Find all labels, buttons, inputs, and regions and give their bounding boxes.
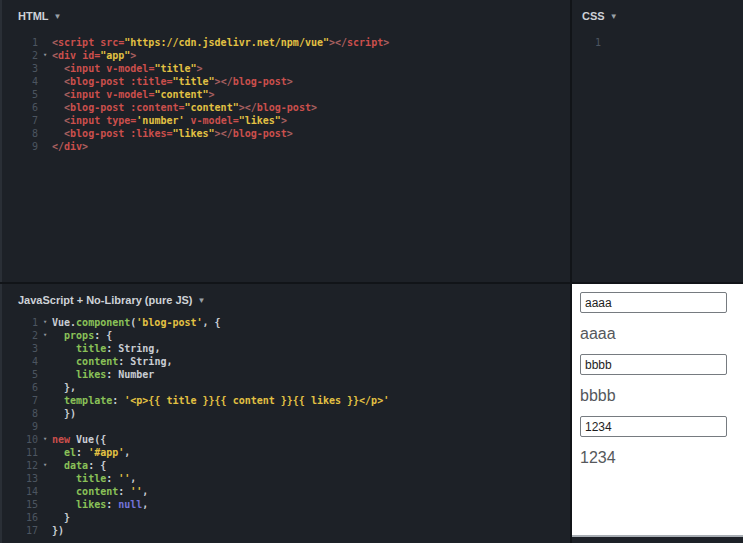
fiddle-app: { "icons": { "dropdown": "▼", "fold": "▾… bbox=[0, 0, 743, 543]
code-line[interactable]: 7 <input type='number' v-model="likes"> bbox=[2, 114, 570, 127]
code-line[interactable]: 8 <blog-post :likes="likes"></blog-post> bbox=[2, 127, 570, 140]
line-number: 15 bbox=[2, 498, 38, 511]
code-text: likes: null, bbox=[52, 498, 148, 511]
code-line[interactable]: 1▾Vue.component('blog-post', { bbox=[2, 316, 570, 329]
code-line[interactable]: 4 content: String, bbox=[2, 355, 570, 368]
code-text: title: String, bbox=[52, 342, 160, 355]
code-line[interactable]: 9 bbox=[2, 420, 570, 433]
line-number: 2 bbox=[2, 49, 38, 62]
code-line[interactable]: 6 <blog-post :content="content"></blog-p… bbox=[2, 101, 570, 114]
fold-arrow-icon[interactable]: ▾ bbox=[38, 49, 52, 62]
code-line[interactable]: 3 <input v-model="title"> bbox=[2, 62, 570, 75]
html-panel-title: HTML bbox=[18, 10, 49, 22]
fold-gutter bbox=[601, 36, 615, 49]
code-line[interactable]: 13 title: '', bbox=[2, 472, 570, 485]
code-line[interactable]: 11 el: '#app', bbox=[2, 446, 570, 459]
code-line[interactable]: 7 template: '<p>{{ title }}{{ content }}… bbox=[2, 394, 570, 407]
fold-gutter bbox=[38, 524, 52, 537]
css-panel: CSS▼ 1 bbox=[572, 0, 743, 282]
code-line[interactable]: 5 <input v-model="content"> bbox=[2, 88, 570, 101]
code-line[interactable]: 1<script src="https://cdn.jsdelivr.net/n… bbox=[2, 36, 570, 49]
result-output-text: bbbb bbox=[580, 386, 735, 405]
fold-gutter bbox=[38, 62, 52, 75]
fold-gutter bbox=[38, 127, 52, 140]
code-text: }, bbox=[52, 381, 76, 394]
line-number: 12 bbox=[2, 459, 38, 472]
code-text: content: String, bbox=[52, 355, 172, 368]
code-line[interactable]: 8 }) bbox=[2, 407, 570, 420]
code-text: new Vue({ bbox=[52, 433, 106, 446]
line-number: 3 bbox=[2, 342, 38, 355]
line-number: 1 bbox=[2, 36, 38, 49]
html-code-editor[interactable]: 1<script src="https://cdn.jsdelivr.net/n… bbox=[2, 36, 570, 153]
code-line[interactable]: 1 bbox=[572, 36, 743, 49]
fold-gutter bbox=[38, 140, 52, 153]
dropdown-caret-icon: ▼ bbox=[610, 12, 618, 21]
fold-gutter bbox=[38, 394, 52, 407]
fold-gutter bbox=[38, 381, 52, 394]
fold-gutter bbox=[38, 511, 52, 524]
code-line[interactable]: 10▾new Vue({ bbox=[2, 433, 570, 446]
fold-arrow-icon[interactable]: ▾ bbox=[38, 316, 52, 329]
fold-arrow-icon[interactable]: ▾ bbox=[38, 433, 52, 446]
code-line[interactable]: 17}) bbox=[2, 524, 570, 537]
result-output-text: 1234 bbox=[580, 448, 735, 467]
css-code-editor[interactable]: 1 bbox=[572, 36, 743, 49]
result-input[interactable] bbox=[580, 416, 727, 437]
code-line[interactable]: 4 <blog-post :title="title"></blog-post> bbox=[2, 75, 570, 88]
code-text: <blog-post :title="title"></blog-post> bbox=[52, 75, 293, 88]
code-line[interactable]: 5 likes: Number bbox=[2, 368, 570, 381]
line-number: 6 bbox=[2, 101, 38, 114]
result-output-text: aaaa bbox=[580, 324, 735, 343]
code-text: <div id="app"> bbox=[52, 49, 136, 62]
css-panel-menu[interactable]: CSS▼ bbox=[572, 0, 743, 22]
code-line[interactable]: 2▾<div id="app"> bbox=[2, 49, 570, 62]
code-line[interactable]: 2▾ props: { bbox=[2, 329, 570, 342]
fold-gutter bbox=[38, 355, 52, 368]
html-panel-menu[interactable]: HTML▼ bbox=[2, 0, 570, 22]
code-text: props: { bbox=[52, 329, 112, 342]
line-number: 5 bbox=[2, 88, 38, 101]
result-input[interactable] bbox=[580, 354, 727, 375]
javascript-panel: JavaScript + No-Library (pure JS)▼ 1▾Vue… bbox=[0, 284, 570, 543]
result-input[interactable] bbox=[580, 292, 727, 313]
code-text: <script src="https://cdn.jsdelivr.net/np… bbox=[52, 36, 389, 49]
code-line[interactable]: 15 likes: null, bbox=[2, 498, 570, 511]
line-number: 2 bbox=[2, 329, 38, 342]
line-number: 1 bbox=[572, 36, 601, 49]
result-bottom-strip bbox=[572, 537, 743, 543]
fold-gutter bbox=[38, 498, 52, 511]
fold-gutter bbox=[38, 368, 52, 381]
dropdown-caret-icon: ▼ bbox=[198, 296, 206, 305]
javascript-panel-menu[interactable]: JavaScript + No-Library (pure JS)▼ bbox=[2, 284, 570, 306]
line-number: 13 bbox=[2, 472, 38, 485]
fold-gutter bbox=[38, 446, 52, 459]
code-line[interactable]: 16 } bbox=[2, 511, 570, 524]
fold-arrow-icon[interactable]: ▾ bbox=[38, 329, 52, 342]
code-text: Vue.component('blog-post', { bbox=[52, 316, 221, 329]
code-text: <input type='number' v-model="likes"> bbox=[52, 114, 287, 127]
fold-gutter bbox=[38, 101, 52, 114]
fold-gutter bbox=[38, 75, 52, 88]
code-line[interactable]: 14 content: '', bbox=[2, 485, 570, 498]
javascript-panel-title: JavaScript + No-Library (pure JS) bbox=[18, 294, 193, 306]
fold-gutter bbox=[38, 472, 52, 485]
code-line[interactable]: 6 }, bbox=[2, 381, 570, 394]
javascript-code-editor[interactable]: 1▾Vue.component('blog-post', {2▾ props: … bbox=[2, 316, 570, 537]
code-text: title: '', bbox=[52, 472, 136, 485]
fold-gutter bbox=[38, 36, 52, 49]
code-text: template: '<p>{{ title }}{{ content }}{{… bbox=[52, 394, 389, 407]
code-text: }) bbox=[52, 407, 76, 420]
code-text: <input v-model="content"> bbox=[52, 88, 215, 101]
fold-gutter bbox=[38, 342, 52, 355]
code-text: <input v-model="title"> bbox=[52, 62, 203, 75]
code-line[interactable]: 12▾ data: { bbox=[2, 459, 570, 472]
code-line[interactable]: 3 title: String, bbox=[2, 342, 570, 355]
line-number: 5 bbox=[2, 368, 38, 381]
code-line[interactable]: 9</div> bbox=[2, 140, 570, 153]
fold-arrow-icon[interactable]: ▾ bbox=[38, 459, 52, 472]
html-panel: HTML▼ 1<script src="https://cdn.jsdelivr… bbox=[0, 0, 570, 282]
line-number: 8 bbox=[2, 407, 38, 420]
line-number: 1 bbox=[2, 316, 38, 329]
code-text: likes: Number bbox=[52, 368, 154, 381]
